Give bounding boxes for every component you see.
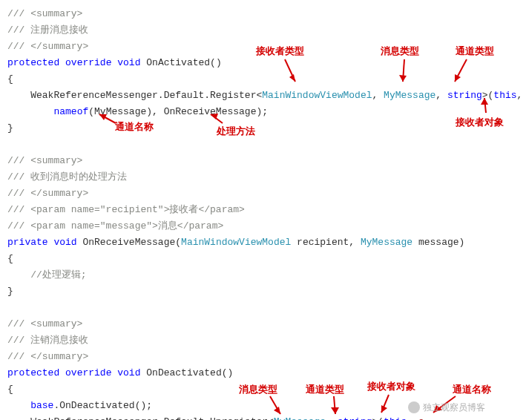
watermark-text: 独立观察员博客 [423, 399, 485, 416]
watermark-icon [408, 401, 420, 413]
code-line [7, 137, 519, 153]
code-line: /// <param name="recipient">接收者</param> [7, 202, 519, 218]
code-line [7, 300, 519, 316]
code-line: nameof(MyMessage), OnReceiveMessage); [7, 104, 519, 120]
code-line: /// <summary> [7, 316, 519, 332]
code-line: /// </summary> [7, 349, 519, 365]
code-line: /// 收到消息时的处理方法 [7, 169, 519, 186]
code-line: protected override void OnDeactivated() [7, 365, 519, 381]
code-line: { [7, 381, 519, 398]
code-line: /// 注册消息接收 [7, 22, 519, 39]
code-line: /// <param name="message">消息</param> [7, 218, 519, 234]
code-line: { [7, 251, 519, 267]
code-line: } [7, 283, 519, 300]
code-line: } [7, 120, 519, 137]
code-line: /// 注销消息接收 [7, 332, 519, 349]
code-line: //处理逻辑; [7, 267, 519, 283]
code-line: /// <summary> [7, 6, 519, 22]
code-line: /// </summary> [7, 186, 519, 202]
watermark: 独立观察员博客 [408, 399, 485, 416]
code-line: /// </summary> [7, 39, 519, 55]
code-block: /// <summary>/// 注册消息接收/// </summary>pro… [7, 6, 519, 420]
code-line: private void OnReceiveMessage(MainWindow… [7, 234, 519, 251]
code-line: /// <summary> [7, 153, 519, 169]
code-line: protected override void OnActivated() [7, 55, 519, 71]
code-line: { [7, 71, 519, 88]
code-line: WeakReferenceMessenger.Default.Register<… [7, 88, 519, 104]
